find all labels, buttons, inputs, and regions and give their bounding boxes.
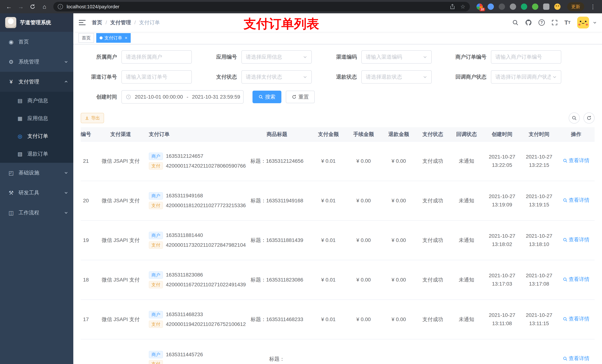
back-button[interactable]: ← [4,1,14,12]
sidebar-item-home[interactable]: ◉ 首页 [0,32,73,52]
fullscreen-icon[interactable] [551,20,558,26]
magnifier-icon [563,277,568,282]
cell-refund: ¥ 0.00 [381,260,416,300]
help-icon[interactable]: ? [538,20,545,26]
sidebar-item-app-info[interactable]: ▦ 应用信息 [0,110,73,127]
cell-amount: ¥ 0.01 [311,181,346,220]
puzzle-extension-icon[interactable] [543,3,549,10]
export-button[interactable]: 导出 [81,113,104,123]
profile-face-icon[interactable] [554,3,560,10]
cell-id [81,339,98,364]
view-detail-link[interactable]: 查看详情 [563,156,589,165]
reset-button[interactable]: 重置 [286,91,315,103]
merchant-order-field[interactable] [491,50,561,64]
tab-active-dot [100,36,103,39]
cell-paid-time: 2021-10-2713:22:15 [521,141,558,181]
cell-title: 标题：1635311468233 [243,300,311,339]
font-size-icon[interactable]: TT [564,20,570,26]
extension-icon[interactable]: 10 [476,3,483,10]
cell-action: 查看详情 [558,220,595,260]
pay-tag: 支付 [149,241,163,249]
view-detail-link[interactable]: 查看详情 [563,354,589,363]
cell-action: 查看详情 [558,260,595,300]
tab-home[interactable]: 首页 [78,33,94,43]
column-header: 支付时间 [521,127,558,141]
merchant-select[interactable] [121,50,192,64]
merchant-order-input[interactable] [495,54,557,60]
view-detail-link[interactable]: 查看详情 [563,196,589,204]
avatar[interactable] [577,17,589,29]
sidebar-item-merchant-info[interactable]: ▤ 商户信息 [0,92,73,110]
pay-tag: 支付 [149,162,163,170]
sidebar-item-system[interactable]: ⚙ 系统管理 [0,52,73,72]
callback-status-input[interactable] [495,74,551,80]
pay-order-no: 4200001181202110277723215336 [166,201,246,210]
table-refresh-button[interactable] [583,113,595,124]
pay-status-select[interactable] [241,70,312,83]
view-detail-link[interactable]: 查看详情 [563,236,589,244]
view-detail-link[interactable]: 查看详情 [563,315,589,323]
channel-code-select[interactable] [361,50,432,64]
extension-icon[interactable] [532,3,538,10]
logo-avatar [5,17,16,28]
channel-order-field[interactable] [121,70,192,83]
pay-order-no: 4200001174202110278060590766 [166,162,246,170]
extension-icon[interactable] [510,3,516,10]
tags-view-bar: 首页 支付订单 × [73,32,602,44]
sidebar-item-dev-tools[interactable]: ⚒ 研发工具 [0,183,73,203]
channel-code-input[interactable] [366,54,421,60]
home-button[interactable]: ⌂ [39,1,50,12]
date-range-input[interactable]: 2021-10-01 00:00:00 - 2021-10-31 23:59:5… [121,90,244,104]
pay-status-input[interactable] [246,74,301,80]
chevron-up-icon [64,80,68,84]
bookmark-star-icon[interactable]: ☆ [460,4,465,10]
table-toolbar: 导出 [73,113,602,124]
merchant-select-input[interactable] [126,54,187,60]
hamburger-icon[interactable] [78,20,86,26]
tab-pay-order[interactable]: 支付订单 × [96,33,131,43]
sidebar-item-infrastructure[interactable]: ◰ 基础设施 [0,163,73,183]
cell-created-time: 2021-10-2713:18:02 [484,220,521,260]
breadcrumb-home[interactable]: 首页 [92,19,102,26]
refund-status-input[interactable] [366,74,421,80]
channel-order-input[interactable] [126,74,187,80]
magnifier-icon [572,115,577,121]
forward-button[interactable]: → [16,1,26,12]
callback-status-select[interactable] [491,70,561,83]
reload-button[interactable] [27,1,38,12]
github-icon[interactable] [525,19,532,26]
merchant-tag: 商户 [149,351,163,358]
cell-paid-time: 2021-10-2713:11:15 [521,300,558,339]
column-header: 手续金额 [346,127,381,141]
extension-icon[interactable] [499,3,505,10]
sidebar-logo[interactable]: 芋道管理系统 [0,13,73,32]
gear-icon: ⚙ [7,59,15,65]
address-bar[interactable]: i localhost:1024/pay/order ☆ [53,2,470,11]
sidebar-item-workflow[interactable]: ◫ 工作流程 [0,203,73,223]
tab-close-icon[interactable]: × [125,35,127,41]
app-select[interactable] [241,50,312,64]
sidebar-item-pay-order[interactable]: ◎ 支付订单 [0,127,73,145]
search-icon[interactable] [512,20,518,26]
cell-id: 19 [81,220,98,260]
site-info-icon[interactable]: i [58,4,63,9]
update-button[interactable]: 更新 [567,2,584,11]
search-button[interactable]: 搜索 [252,91,281,103]
sidebar-item-refund-order[interactable]: ▧ 退款订单 [0,145,73,163]
cell-action: 查看详情 [558,339,595,364]
share-icon[interactable] [450,4,455,10]
pay-order-no: 4200001167202110271022491439 [166,281,246,289]
merchant-order-no: 1635311445726 [166,351,203,359]
refund-status-select[interactable] [361,70,432,83]
browser-menu-icon[interactable]: ⋮ [588,3,598,10]
table-search-toggle-button[interactable] [569,113,580,124]
breadcrumb-pay-manage[interactable]: 支付管理 [110,19,131,26]
view-detail-link[interactable]: 查看详情 [563,275,589,283]
extension-icon[interactable] [488,3,494,10]
cell-notify-status: 未通知 [450,181,484,220]
extension-icon[interactable] [521,3,527,10]
merchant-tag: 商户 [149,153,163,160]
caret-down-icon[interactable] [593,21,597,25]
sidebar-item-payment[interactable]: ¥ 支付管理 [0,72,73,92]
app-select-input[interactable] [246,54,301,60]
